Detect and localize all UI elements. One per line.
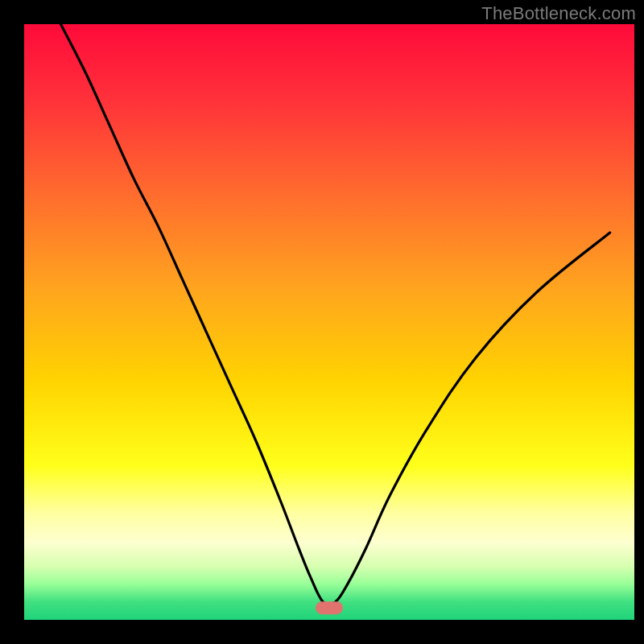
bottleneck-chart: [0, 0, 644, 644]
gradient-background: [24, 24, 634, 620]
chart-frame: TheBottleneck.com: [0, 0, 644, 644]
watermark-label: TheBottleneck.com: [481, 3, 636, 24]
optimal-marker: [316, 601, 343, 614]
